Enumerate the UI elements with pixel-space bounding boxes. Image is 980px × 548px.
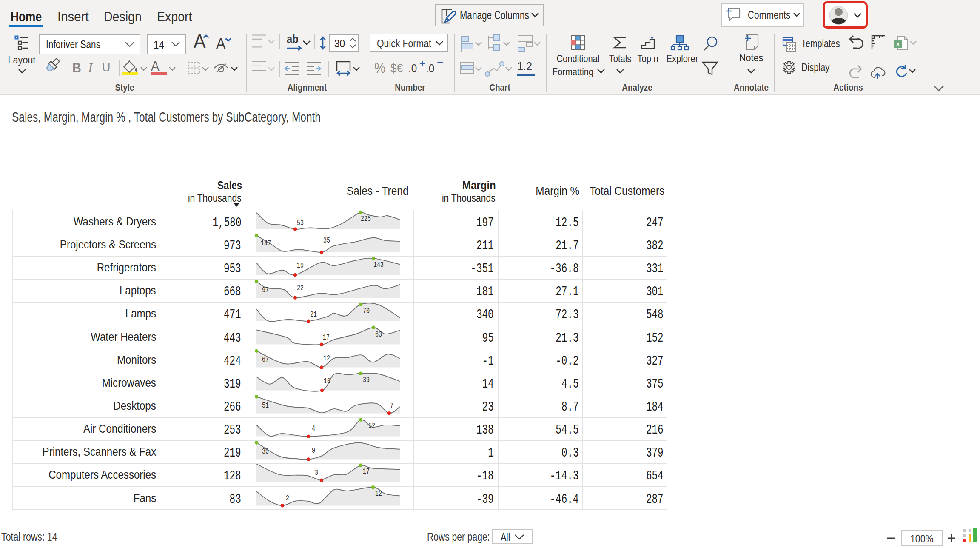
svg-text:12: 12 xyxy=(375,489,382,498)
svg-text:2: 2 xyxy=(286,494,289,503)
svg-text:143: 143 xyxy=(373,260,384,269)
svg-text:147: 147 xyxy=(261,239,271,248)
svg-text:53: 53 xyxy=(297,219,304,228)
svg-text:39: 39 xyxy=(363,376,370,385)
svg-text:52: 52 xyxy=(368,422,375,431)
svg-text:51: 51 xyxy=(262,401,269,410)
svg-text:70: 70 xyxy=(363,307,370,316)
svg-text:10: 10 xyxy=(324,377,330,386)
svg-text:21: 21 xyxy=(310,310,317,319)
svg-text:12: 12 xyxy=(323,354,330,363)
svg-text:4: 4 xyxy=(312,424,315,433)
svg-text:3: 3 xyxy=(315,468,318,477)
svg-text:35: 35 xyxy=(323,236,330,245)
svg-text:9: 9 xyxy=(312,446,315,455)
svg-text:67: 67 xyxy=(262,355,269,364)
svg-text:x: x xyxy=(896,40,900,47)
svg-text:63: 63 xyxy=(375,330,382,339)
svg-text:17: 17 xyxy=(363,467,370,476)
svg-text:17: 17 xyxy=(323,333,330,342)
svg-text:22: 22 xyxy=(297,284,304,293)
svg-text:7: 7 xyxy=(390,402,393,411)
svg-text:97: 97 xyxy=(262,286,269,295)
svg-text:30: 30 xyxy=(262,447,269,456)
svg-text:19: 19 xyxy=(297,261,304,270)
svg-text:225: 225 xyxy=(361,214,371,223)
